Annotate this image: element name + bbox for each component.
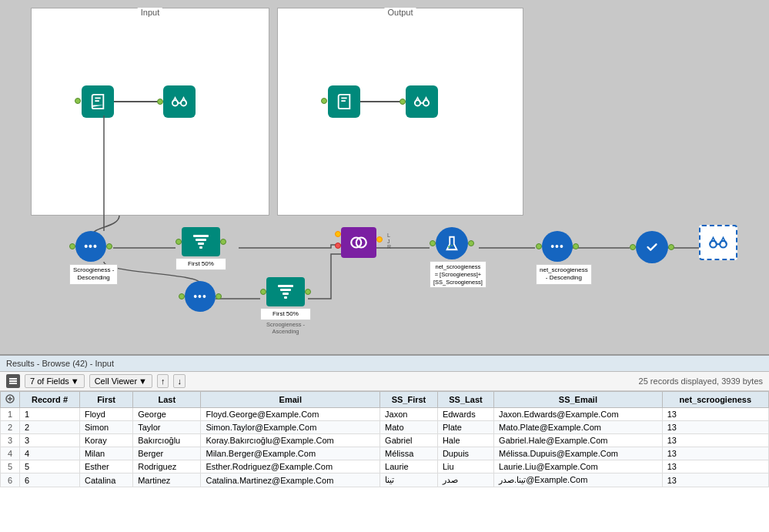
- filter-node-2[interactable]: First 50% Scroogieness -Ascending: [260, 277, 311, 335]
- down-arrow: ↓: [177, 376, 182, 386]
- viewer-chevron: ▼: [139, 376, 147, 386]
- col-header-first: First: [79, 392, 132, 408]
- cell-rownum: 2: [1, 421, 20, 434]
- results-panel: Results - Browse (42) - Input 7 of Field…: [0, 354, 769, 532]
- cell-net: 13: [662, 434, 768, 447]
- filter-node-2-label: First 50%: [260, 308, 311, 320]
- cell-first: Milan: [79, 447, 132, 460]
- cell-net: 13: [662, 460, 768, 473]
- cell-first: Koray: [79, 434, 132, 447]
- svg-rect-19: [199, 246, 202, 249]
- cell-record: 2: [20, 421, 80, 434]
- cell-rownum: 5: [1, 460, 20, 473]
- col-header-record: Record #: [20, 392, 80, 408]
- cell-rownum: 1: [1, 408, 20, 421]
- svg-point-22: [448, 246, 450, 248]
- filter-node-1[interactable]: First 50%: [176, 227, 226, 270]
- dots-node-3[interactable]: •••: [179, 281, 222, 312]
- cell-net: 13: [662, 447, 768, 460]
- cell-last: Rodriguez: [133, 460, 201, 473]
- col-header-rownum: [1, 392, 20, 408]
- svg-point-23: [451, 245, 453, 246]
- cell-email: Esther.Rodriguez@Example.Com: [201, 460, 380, 473]
- cell-record: 4: [20, 447, 80, 460]
- scroll-up-btn[interactable]: ↑: [157, 374, 169, 388]
- scroll-down-btn[interactable]: ↓: [173, 374, 186, 388]
- table-row: 4 4 Milan Berger Milan.Berger@Example.Co…: [1, 447, 769, 460]
- cell-net: 13: [662, 473, 768, 487]
- cell-email: Koray.Bakırcıoğlu@Example.Com: [201, 434, 380, 447]
- svg-rect-25: [280, 289, 291, 291]
- svg-rect-34: [9, 383, 17, 384]
- union-node[interactable]: LJR: [341, 227, 376, 258]
- cell-ss-first: تينا: [380, 473, 438, 487]
- cell-email: Milan.Berger@Example.Com: [201, 447, 380, 460]
- cell-ss-last: Liu: [437, 460, 493, 473]
- cell-net: 13: [662, 421, 768, 434]
- cell-first: Catalina: [79, 473, 132, 487]
- cell-email: Simon.Taylor@Example.Com: [201, 421, 380, 434]
- cell-last: Taylor: [133, 421, 201, 434]
- svg-rect-16: [193, 235, 209, 237]
- cell-rownum: 6: [1, 473, 20, 487]
- svg-rect-33: [9, 380, 17, 382]
- svg-rect-26: [283, 293, 289, 295]
- cell-ss-last: صدر: [437, 473, 493, 487]
- dots-node-2[interactable]: ••• net_scroogieness- Descending: [536, 231, 592, 285]
- input-box: Input: [31, 8, 269, 216]
- fields-label: 7 of Fields: [30, 376, 69, 386]
- cell-net: 13: [662, 408, 768, 421]
- viewer-dropdown[interactable]: Cell Viewer ▼: [89, 374, 152, 388]
- up-arrow: ↑: [161, 376, 166, 386]
- table-row: 3 3 Koray Bakırcıoğlu Koray.Bakırcıoğlu@…: [1, 434, 769, 447]
- cell-last: Berger: [133, 447, 201, 460]
- cell-last: Martinez: [133, 473, 201, 487]
- cell-last: George: [133, 408, 201, 421]
- cell-email: Floyd.George@Example.Com: [201, 408, 380, 421]
- table-row: 5 5 Esther Rodriguez Esther.Rodriguez@Ex…: [1, 460, 769, 473]
- main-container: Input Output: [0, 0, 769, 532]
- cell-first: Simon: [79, 421, 132, 434]
- results-title: Results - Browse (42) - Input: [6, 359, 114, 368]
- input-book-icon[interactable]: [82, 85, 114, 118]
- svg-rect-17: [196, 239, 206, 241]
- cell-ss-email: Mélissa.Dupuis@Example.Com: [494, 447, 663, 460]
- cell-record: 5: [20, 460, 80, 473]
- col-header-ss-last: SS_Last: [437, 392, 493, 408]
- output-label: Output: [384, 8, 416, 17]
- cell-rownum: 4: [1, 447, 20, 460]
- cell-ss-first: Laurie: [380, 460, 438, 473]
- ascending-label: Scroogieness -Ascending: [260, 321, 311, 335]
- dots-node-2-label: net_scroogieness- Descending: [536, 264, 592, 285]
- col-header-email: Email: [201, 392, 380, 408]
- canvas-area: Input Output: [0, 0, 769, 354]
- output-binoculars-icon[interactable]: [406, 85, 438, 118]
- viewer-label: Cell Viewer: [95, 376, 137, 386]
- checkmark-node[interactable]: [630, 231, 674, 263]
- svg-rect-27: [284, 296, 287, 299]
- results-toolbar: 7 of Fields ▼ Cell Viewer ▼ ↑ ↓ 25 recor…: [0, 372, 769, 391]
- output-binoculars-dashed[interactable]: [699, 225, 737, 260]
- cell-ss-last: Dupuis: [437, 447, 493, 460]
- output-box: Output: [277, 8, 523, 216]
- cell-email: Catalina.Martinez@Example.Com: [201, 473, 380, 487]
- cell-ss-last: Edwards: [437, 408, 493, 421]
- col-header-last: Last: [133, 392, 201, 408]
- col-header-ss-first: SS_First: [380, 392, 438, 408]
- flask-node[interactable]: net_scroogieness= [Scroogieness]+[SS_Scr…: [430, 227, 486, 288]
- cell-record: 6: [20, 473, 80, 487]
- svg-rect-18: [198, 243, 204, 245]
- fields-dropdown[interactable]: 7 of Fields ▼: [25, 374, 85, 388]
- dots-node-1[interactable]: ••• Scroogieness -Descending: [69, 231, 118, 285]
- data-table-container[interactable]: Record # First Last Email SS_First SS_La…: [0, 391, 769, 532]
- cell-record: 1: [20, 408, 80, 421]
- input-binoculars-icon[interactable]: [163, 85, 196, 118]
- fields-chevron: ▼: [71, 376, 79, 386]
- cell-ss-email: Laurie.Liu@Example.Com: [494, 460, 663, 473]
- cell-first: Floyd: [79, 408, 132, 421]
- output-book-icon[interactable]: [328, 85, 360, 118]
- col-header-net: net_scroogieness: [662, 392, 768, 408]
- input-label: Input: [138, 8, 162, 17]
- cell-rownum: 3: [1, 434, 20, 447]
- svg-rect-6: [341, 100, 346, 102]
